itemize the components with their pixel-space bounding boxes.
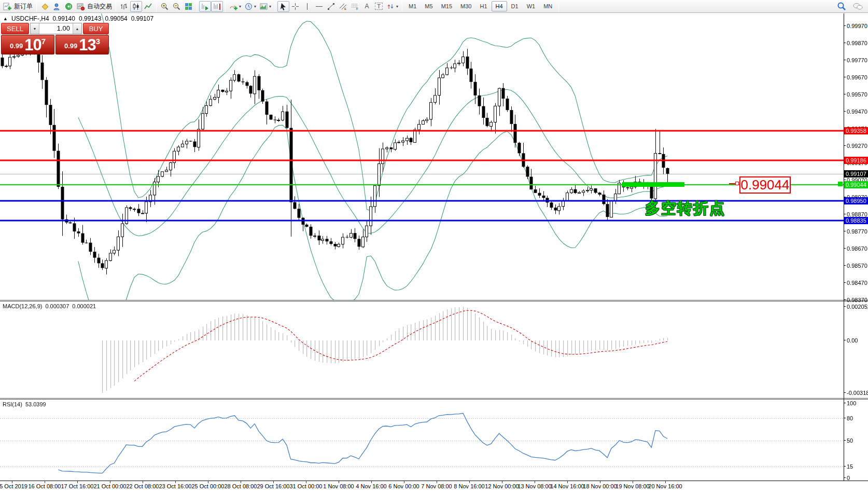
low-value: 0.99054 <box>105 15 127 22</box>
bar-chart-button[interactable] <box>118 1 130 12</box>
time-label: 29 Oct 16:00 <box>257 483 290 489</box>
chart-shift-button[interactable] <box>211 1 223 12</box>
templates-button[interactable]: ▾ <box>258 1 273 12</box>
timeframe-M1[interactable]: M1 <box>404 1 421 11</box>
time-label: 1 Nov 08:00 <box>323 483 354 489</box>
volume-increase-button[interactable]: ▲ <box>73 23 81 34</box>
signals-button[interactable] <box>63 1 75 12</box>
time-tick-mark <box>12 481 12 483</box>
rsi-panel-canvas[interactable] <box>0 400 844 481</box>
sell-price-display[interactable]: 0.99 10 7 <box>1 35 54 54</box>
symbol-period-label: USDCHF-,H4 <box>11 15 49 22</box>
line-chart-button[interactable] <box>142 1 154 12</box>
time-tick-mark <box>469 481 470 483</box>
rsi-label: RSI(14) 53.0399 <box>3 401 46 407</box>
price-axis-border <box>844 13 844 481</box>
time-label: 6 Nov 00:00 <box>388 483 419 489</box>
time-tick-mark <box>208 481 208 483</box>
buy-button[interactable]: BUY <box>83 23 109 34</box>
timeframe-H1[interactable]: H1 <box>475 1 491 11</box>
indicators-button[interactable]: ▾ <box>228 1 243 12</box>
metaeditor-button[interactable] <box>39 1 51 12</box>
zoom-out-icon <box>172 2 181 11</box>
panel-separator[interactable] <box>0 300 868 302</box>
separator <box>558 2 559 11</box>
search-icon[interactable] <box>837 2 846 11</box>
vertical-line-icon <box>303 2 312 11</box>
price-callout[interactable]: 0.99044 <box>739 176 791 194</box>
macd-label: MACD(12,26,9) 0.000307 0.000021 <box>3 303 96 309</box>
timeframe-MN[interactable]: MN <box>539 1 556 11</box>
timeframe-M15[interactable]: M15 <box>437 1 456 11</box>
cursor-icon <box>279 2 288 11</box>
auto-scroll-icon <box>201 2 209 11</box>
rsi-name: RSI(14) <box>3 401 22 407</box>
sell-price-big: 10 <box>24 37 41 52</box>
volume-value[interactable]: 1.00 <box>39 23 73 34</box>
time-tick-mark <box>77 481 78 483</box>
arrows-tool-button[interactable]: ▾ <box>385 1 400 12</box>
timeframe-M30[interactable]: M30 <box>456 1 475 11</box>
horizontal-line-tool-button[interactable] <box>313 1 325 12</box>
panel-separator[interactable] <box>0 398 868 400</box>
candlestick-chart-icon <box>132 2 141 11</box>
channel-tool-button[interactable]: E <box>337 1 349 12</box>
periods-button[interactable]: ▾ <box>243 1 258 12</box>
price-tag-0.99107: 0.99107 <box>844 170 868 177</box>
sell-button[interactable]: SELL <box>1 23 29 34</box>
timeframe-M5[interactable]: M5 <box>421 1 437 11</box>
time-label: 13 Nov 08:00 <box>517 483 551 489</box>
volume-stepper: ▼ 1.00 ▲ <box>30 23 82 34</box>
timeframe-H4[interactable]: H4 <box>492 1 507 11</box>
autotrading-button[interactable]: 自动交易 <box>75 1 114 12</box>
price-tick-label: 0.99670 <box>847 74 868 80</box>
zoom-in-button[interactable] <box>159 1 171 12</box>
turning-point-annotation[interactable]: 多空转折点 <box>645 198 725 219</box>
buy-price-big: 13 <box>79 37 95 52</box>
candlestick-chart-button[interactable] <box>130 1 142 12</box>
terminal-button[interactable] <box>51 1 63 12</box>
fibonacci-tool-button[interactable]: F <box>349 1 361 12</box>
text-label-tool-button[interactable]: T <box>373 1 385 12</box>
hline-endpoint-marker[interactable] <box>838 182 843 186</box>
volume-decrease-button[interactable]: ▼ <box>31 23 39 34</box>
collapse-arrow-icon[interactable]: ▲ <box>3 16 8 21</box>
separator <box>402 2 402 11</box>
rsi-axis-label: 0 <box>847 475 868 481</box>
price-tag-0.98835: 0.98835 <box>844 217 868 224</box>
price-tick-label: 0.98770 <box>847 228 868 235</box>
time-tick-mark <box>306 481 306 483</box>
indicators-icon <box>229 2 238 11</box>
price-tick-label: 0.99770 <box>847 57 868 63</box>
one-click-trading-panel: SELL ▼ 1.00 ▲ BUY 0.99 10 7 0.99 13 3 <box>1 23 109 54</box>
separator <box>225 2 226 11</box>
macd-name: MACD(12,26,9) <box>3 303 42 309</box>
crosshair-tool-button[interactable] <box>289 1 301 12</box>
time-axis-border <box>0 481 868 481</box>
price-chart-canvas[interactable] <box>0 13 844 300</box>
time-tick-mark <box>404 481 404 483</box>
text-tool-button[interactable]: A <box>361 1 373 12</box>
vertical-line-tool-button[interactable] <box>301 1 313 12</box>
new-order-button[interactable]: 新订单 <box>2 1 34 12</box>
macd-main-value: 0.000307 <box>45 303 69 309</box>
timeframe-W1[interactable]: W1 <box>523 1 540 11</box>
auto-scroll-button[interactable] <box>199 1 211 12</box>
cursor-tool-button[interactable] <box>277 1 289 12</box>
macd-signal-value: 0.000021 <box>72 303 96 309</box>
time-tick-mark <box>175 481 176 483</box>
trendline-tool-button[interactable] <box>325 1 337 12</box>
zoom-out-button[interactable] <box>171 1 183 12</box>
timeframe-D1[interactable]: D1 <box>507 1 523 11</box>
buy-price-display[interactable]: 0.99 13 3 <box>55 35 109 54</box>
price-tag-0.99044: 0.99044 <box>844 181 868 188</box>
tile-windows-button[interactable] <box>183 1 194 12</box>
callout-connector-node[interactable] <box>735 182 739 185</box>
time-tick-mark <box>110 481 110 483</box>
chat-icon[interactable] <box>852 2 863 11</box>
templates-icon <box>259 2 268 11</box>
macd-panel-canvas[interactable] <box>0 302 844 398</box>
time-label: 23 Oct 16:00 <box>159 483 192 489</box>
close-value: 0.99107 <box>131 15 153 22</box>
tile-windows-icon <box>184 2 193 11</box>
